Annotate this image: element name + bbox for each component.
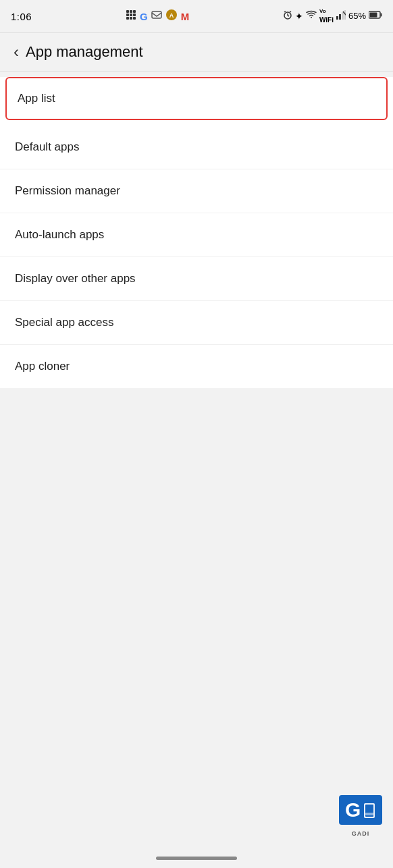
menu-item-special-app-access-label: Special app access: [15, 316, 113, 329]
menu-item-display-over-other-apps-label: Display over other apps: [15, 272, 136, 285]
svg-rect-1: [130, 10, 132, 13]
back-button[interactable]: ‹: [14, 43, 19, 61]
menu-item-display-over-other-apps[interactable]: Display over other apps: [0, 257, 393, 301]
volte-icon: VoWiFi: [319, 9, 334, 24]
svg-line-16: [290, 11, 291, 13]
menu-item-permission-manager-label: Permission manager: [15, 184, 120, 197]
bluetooth-icon: ✦: [295, 11, 303, 22]
menu-item-app-cloner-label: App cloner: [15, 360, 70, 373]
svg-rect-28: [365, 813, 373, 815]
svg-line-14: [288, 16, 289, 16]
battery-icon: [369, 11, 382, 21]
svg-rect-9: [152, 11, 161, 18]
menu-item-app-list[interactable]: App list: [5, 77, 388, 120]
battery-percent: 65%: [348, 11, 366, 21]
signal-icon: [336, 10, 346, 22]
wifi-icon: [306, 10, 317, 22]
menu-item-app-list-label: App list: [18, 92, 55, 105]
svg-line-15: [284, 11, 286, 13]
menu-item-app-cloner[interactable]: App cloner: [0, 345, 393, 388]
svg-rect-4: [130, 13, 132, 16]
svg-rect-17: [336, 16, 338, 20]
menu-item-auto-launch-apps-label: Auto-launch apps: [15, 228, 104, 241]
alarm-icon: [283, 10, 292, 22]
home-indicator: [156, 857, 237, 860]
gmail-icon: M: [181, 11, 190, 22]
svg-rect-3: [126, 13, 129, 16]
menu-item-auto-launch-apps[interactable]: Auto-launch apps: [0, 213, 393, 257]
grid-icon: [126, 9, 136, 23]
watermark-logo: G: [344, 798, 377, 822]
svg-rect-23: [380, 13, 382, 17]
menu-item-special-app-access[interactable]: Special app access: [0, 301, 393, 345]
status-bar: 1:06 G: [0, 0, 393, 32]
svg-rect-2: [133, 10, 136, 13]
g-icon: G: [140, 11, 148, 22]
svg-rect-7: [130, 17, 132, 20]
watermark: G GADI: [339, 795, 382, 828]
svg-rect-6: [126, 17, 129, 20]
svg-rect-19: [342, 12, 344, 20]
status-icons: G A M: [126, 9, 189, 24]
watermark-label: GADI: [339, 830, 382, 837]
svg-rect-0: [126, 10, 129, 13]
svg-rect-5: [133, 13, 136, 16]
status-right-icons: ✦ VoWiFi 65%: [283, 9, 382, 24]
menu-item-default-apps-label: Default apps: [15, 140, 79, 153]
menu-item-permission-manager[interactable]: Permission manager: [0, 169, 393, 213]
menu-item-default-apps[interactable]: Default apps: [0, 126, 393, 169]
menu-list: App list Default apps Permission manager…: [0, 77, 393, 388]
svg-text:A: A: [169, 12, 174, 19]
page-title: App management: [26, 43, 143, 61]
page-header: ‹ App management: [0, 33, 393, 71]
svg-rect-24: [369, 13, 377, 18]
app-icon: A: [165, 9, 178, 24]
svg-text:G: G: [345, 798, 361, 821]
m-icon: [151, 9, 162, 23]
svg-rect-18: [339, 14, 341, 20]
header-divider: [0, 71, 393, 72]
status-time: 1:06: [11, 11, 32, 22]
svg-rect-8: [133, 17, 136, 20]
watermark-box: G: [339, 795, 382, 825]
